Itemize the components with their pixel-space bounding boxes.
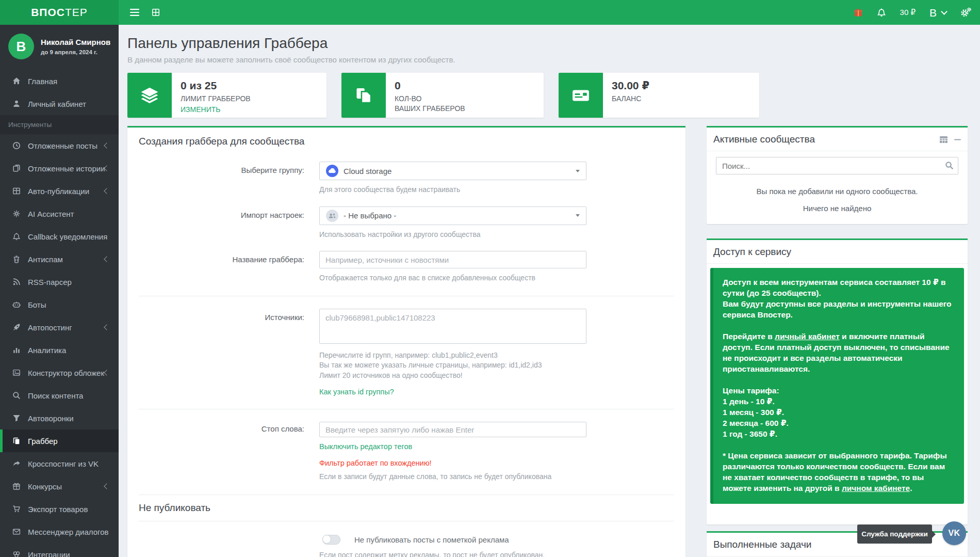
disable-tag-editor-link[interactable]: Выключить редактор тегов xyxy=(319,442,412,451)
personal-cabinet-link-2[interactable]: личном кабинете xyxy=(842,484,910,492)
sidebar-item-trash[interactable]: Антиспам xyxy=(0,248,119,270)
grabber-name-help: Отображается только для вас в списке доб… xyxy=(319,273,586,283)
apps-grid-icon[interactable] xyxy=(152,8,160,17)
search-icon[interactable] xyxy=(945,161,954,170)
sidebar-item-user[interactable]: Личный кабинет xyxy=(0,92,119,115)
user-name: Николай Смирнов xyxy=(41,38,110,46)
grabber-name-label: Название граббера: xyxy=(139,251,319,283)
sidebar-item-grabber[interactable]: Граббер xyxy=(0,429,119,452)
communities-search-input[interactable] xyxy=(716,157,958,174)
community-placeholder-icon xyxy=(326,210,338,222)
sidebar-item-robot[interactable]: Боты xyxy=(0,293,119,316)
sidebar-item-clock[interactable]: Отложенные посты xyxy=(0,134,119,157)
user-menu[interactable]: B xyxy=(929,7,946,18)
sources-textarea[interactable] xyxy=(319,309,586,344)
notifications-bell-icon[interactable] xyxy=(877,8,886,17)
sidebar-item-stories[interactable]: Отложенные истории xyxy=(0,157,119,180)
stopwords-label: Стоп слова: xyxy=(139,422,319,482)
sidebar-item-label: Боты xyxy=(28,300,46,309)
group-select-value: Cloud storage xyxy=(344,167,576,176)
subscription-date: до 9 апреля, 2024 г. xyxy=(41,49,110,55)
access-alert: Доступ к всем инструментам сервиса соста… xyxy=(710,268,964,504)
logo-text-light: ТЕР xyxy=(65,6,88,19)
sidebar-item-search[interactable]: Поиск контента xyxy=(0,384,119,407)
stopwords-input[interactable] xyxy=(319,422,586,437)
settings-gears-icon[interactable] xyxy=(960,7,972,18)
stories-icon xyxy=(12,164,21,172)
sidebar-item-label: Мессенджер диалогов xyxy=(28,528,108,536)
sidebar-item-gift[interactable]: Конкурсы xyxy=(0,475,119,498)
home-icon xyxy=(12,77,21,85)
credit-card-icon xyxy=(570,85,591,106)
sidebar-item-rocket[interactable]: Автопостинг xyxy=(0,316,119,339)
tariff-price-day: 1 день - 10 ₽. xyxy=(723,396,955,407)
sidebar-item-label: Автоворонки xyxy=(28,414,74,423)
tariff-price-year: 1 год - 3650 ₽. xyxy=(723,428,955,439)
app-logo[interactable]: ВПОСТЕР xyxy=(0,0,119,25)
sidebar-item-grid[interactable]: Авто-публикации xyxy=(0,180,119,202)
stat-label-balance: БАЛАНС xyxy=(612,94,649,104)
personal-cabinet-link[interactable]: личный кабинет xyxy=(775,332,840,341)
how-to-find-group-id-link[interactable]: Как узнать id группы? xyxy=(319,388,394,396)
stat-card-grabber-limit: 0 из 25 ЛИМИТ ГРАББЕРОВ ИЗМЕНИТЬ xyxy=(127,73,326,118)
table-view-icon[interactable] xyxy=(940,136,948,143)
import-select-value: - Не выбрано - xyxy=(344,211,576,220)
sidebar-nav: ГлавнаяЛичный кабинет Инструменты Отложе… xyxy=(0,70,119,557)
sidebar-item-share[interactable]: Кросспостинг из VK xyxy=(0,452,119,475)
sidebar-item-chart[interactable]: Аналитика xyxy=(0,339,119,361)
grabber-icon xyxy=(12,437,21,445)
vk-logo: VK xyxy=(948,529,960,538)
communities-empty-text: Вы пока не добавили ни одного сообщества… xyxy=(716,187,958,196)
import-settings-select[interactable]: - Не выбрано - xyxy=(319,206,586,225)
no-ads-toggle[interactable] xyxy=(322,535,340,545)
tasks-panel-title: Выполненные задачи xyxy=(713,539,811,550)
funnel-icon xyxy=(12,414,21,422)
sidebar-item-label: RSS-парсер xyxy=(28,278,72,287)
sources-label: Источники: xyxy=(139,309,319,397)
community-cloud-icon xyxy=(326,165,338,177)
collapse-minus-icon[interactable] xyxy=(954,136,961,143)
chevron-down-icon xyxy=(576,170,580,172)
sidebar-item-rss[interactable]: RSS-парсер xyxy=(0,270,119,293)
sidebar-item-envelope[interactable]: Мессенджер диалогов xyxy=(0,520,119,543)
avatar-letter: B xyxy=(17,39,26,55)
balance-amount[interactable]: 30 ₽ xyxy=(900,8,916,17)
cart-icon xyxy=(12,505,21,513)
clock-icon xyxy=(12,141,21,150)
change-limit-link[interactable]: ИЗМЕНИТЬ xyxy=(181,105,220,114)
sidebar-menu-top: ГлавнаяЛичный кабинет xyxy=(0,70,119,115)
top-header: ВПОСТЕР 30 ₽ B xyxy=(0,0,980,25)
sidebar-item-bell[interactable]: Callback уведомления xyxy=(0,225,119,248)
tariff-price-2months: 2 месяца - 600 ₽. xyxy=(723,418,955,428)
sidebar-item-cart[interactable]: Экспорт товаров xyxy=(0,498,119,520)
group-select[interactable]: Cloud storage xyxy=(319,162,586,180)
access-text-1: Доступ к всем инструментам сервиса соста… xyxy=(723,278,946,297)
bell-icon xyxy=(12,232,21,241)
vposter-app: ВПОСТЕР 30 ₽ B B Ни xyxy=(0,0,980,557)
chevron-left-icon xyxy=(104,370,109,375)
grabber-form-panel: Создания граббера для сообщества Выберит… xyxy=(127,126,685,557)
sidebar-item-ai[interactable]: AI Ассистент xyxy=(0,202,119,225)
ai-icon xyxy=(12,210,21,218)
stopwords-warning: Фильтр работает по вхождению! xyxy=(319,459,586,467)
sidebar-item-funnel[interactable]: Автоворонки xyxy=(0,407,119,429)
sidebar-item-home[interactable]: Главная xyxy=(0,70,119,92)
share-icon xyxy=(12,459,21,468)
grabber-name-input[interactable] xyxy=(319,251,586,268)
form-title: Создания граббера для сообщества xyxy=(139,136,674,147)
sidebar-item-image[interactable]: Конструктор обложек xyxy=(0,361,119,384)
stats-row: 0 из 25 ЛИМИТ ГРАББЕРОВ ИЗМЕНИТЬ 0 КОЛ-В… xyxy=(127,73,968,118)
sidebar-item-label: Отложенные посты xyxy=(28,141,97,150)
sidebar-item-label: Главная xyxy=(28,77,57,86)
search-icon xyxy=(12,391,21,400)
gift-promo-icon[interactable] xyxy=(854,8,863,17)
vk-support-button[interactable]: VK xyxy=(942,521,966,545)
sidebar-item-integrations[interactable]: Интеграции xyxy=(0,543,119,557)
sidebar-item-label: Кросспостинг из VK xyxy=(28,459,99,468)
hamburger-menu-icon[interactable] xyxy=(130,8,139,17)
import-select-help: Использовать настройки из другого сообще… xyxy=(319,230,586,240)
sidebar-user[interactable]: B Николай Смирнов до 9 апреля, 2024 г. xyxy=(0,25,119,70)
sidebar-item-label: Отложенные истории xyxy=(28,164,105,173)
sidebar-item-label: Авто-публикации xyxy=(28,187,89,196)
sidebar-item-label: Личный кабинет xyxy=(28,100,86,108)
